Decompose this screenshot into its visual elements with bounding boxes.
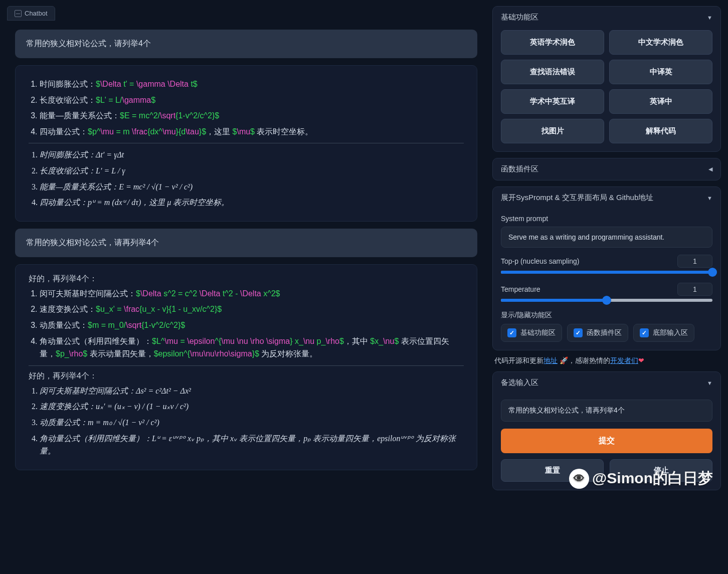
chevron-down-icon: ▼ — [707, 380, 712, 386]
temperature-slider[interactable] — [501, 299, 712, 302]
checkbox-chip[interactable]: ✓底部输入区 — [633, 324, 694, 342]
heart-icon: ❤ — [638, 356, 644, 364]
source-link[interactable]: 地址 — [543, 356, 558, 364]
plugins-panel: 函数插件区 ◀ — [492, 158, 721, 180]
checkbox-icon: ✓ — [574, 328, 583, 337]
system-prompt-input[interactable]: Serve me as a writing and programming as… — [501, 227, 712, 248]
devs-link[interactable]: 开发者们 — [610, 356, 638, 364]
function-button[interactable]: 找图片 — [501, 119, 604, 143]
temperature-label: Temperature — [501, 285, 540, 293]
submit-button[interactable]: 提交 — [501, 429, 712, 453]
formula-raw: 闵可夫斯基时空间隔公式：$\Delta s^2 = c^2 \Delta t^2… — [40, 287, 464, 300]
function-button[interactable]: 英语学术润色 — [501, 30, 604, 55]
panel-header[interactable]: 备选输入区 ▼ — [493, 372, 720, 394]
formula-rendered: 角动量公式（利用四维矢量）：Lᵘ = εᵘᵛᵖᵒ xᵥ pₚ，其中 xᵥ 表示位… — [40, 432, 464, 458]
formula-raw: 时间膨胀公式：$\Delta t' = \gamma \Delta t$ — [40, 78, 464, 91]
bot-message: 时间膨胀公式：$\Delta t' = \gamma \Delta t$长度收缩… — [15, 65, 477, 222]
chat-scroll[interactable]: 常用的狭义相对论公式，请列举4个 时间膨胀公式：$\Delta t' = \ga… — [7, 21, 485, 568]
basic-functions-panel: 基础功能区 ▼ 英语学术润色中文学术润色查找语法错误中译英学术中英互译英译中找图… — [492, 6, 721, 152]
bot-intro: 好的，再列举4个： — [29, 274, 464, 284]
formula-raw: 速度变换公式：$u_x' = \frac{u_x - v}{1 - u_xv/c… — [40, 303, 464, 316]
chat-panel: Chatbot 常用的狭义相对论公式，请列举4个 时间膨胀公式：$\Delta … — [0, 0, 492, 574]
formula-rendered: 能量—质量关系公式：E = mc² / √(1 − v² / c²) — [40, 180, 464, 194]
function-button[interactable]: 查找语法错误 — [501, 60, 604, 84]
system-prompt-label: System prompt — [501, 215, 712, 223]
chevron-down-icon: ▼ — [707, 15, 712, 21]
sidebar: 基础功能区 ▼ 英语学术润色中文学术润色查找语法错误中译英学术中英互译英译中找图… — [492, 0, 728, 574]
chevron-down-icon: ▼ — [707, 195, 712, 201]
checkbox-chip[interactable]: ✓基础功能区 — [501, 324, 562, 342]
checkbox-icon: ✓ — [640, 328, 649, 337]
function-button[interactable]: 中文学术润色 — [609, 30, 712, 55]
panel-title: 备选输入区 — [501, 378, 538, 388]
checkbox-icon: ✓ — [507, 328, 516, 337]
formula-raw: 长度收缩公式：$L' = L/\gamma$ — [40, 94, 464, 107]
bot-message: 好的，再列举4个： 闵可夫斯基时空间隔公式：$\Delta s^2 = c^2 … — [15, 264, 477, 470]
formula-raw: 角动量公式（利用四维矢量）：$L^\mu = \epsilon^{\mu \nu… — [40, 335, 464, 360]
separator — [29, 365, 464, 366]
formula-rendered: 四动量公式：pᵘ = m (dxᵘ / dτ)，这里 μ 表示时空坐标。 — [40, 196, 464, 209]
panel-title: 展开SysPrompt & 交互界面布局 & Github地址 — [501, 193, 653, 203]
prompt-input[interactable]: 常用的狭义相对论公式，请再列举4个 — [501, 400, 712, 422]
user-message: 常用的狭义相对论公式，请列举4个 — [15, 30, 477, 58]
function-button[interactable]: 中译英 — [609, 60, 712, 84]
toggle-label: 显示/隐藏功能区 — [501, 311, 712, 320]
input-panel: 备选输入区 ▼ 常用的狭义相对论公式，请再列举4个 提交 重置 停止 — [492, 371, 721, 490]
panel-title: 函数插件区 — [501, 164, 538, 174]
formula-rendered: 时间膨胀公式：Δt′ = γΔt — [40, 148, 464, 161]
temperature-value[interactable]: 1 — [677, 283, 712, 296]
formula-raw: 四动量公式：$p^\mu = m \frac{dx^\mu}{d\tau}$，这… — [40, 125, 464, 138]
advanced-panel: 展开SysPrompt & 交互界面布局 & Github地址 ▼ System… — [492, 186, 721, 350]
formula-rendered: 闵可夫斯基时空间隔公式：Δs² = c²Δt² − Δx² — [40, 385, 464, 398]
formula-raw: 能量—质量关系公式：$E = mc^2/\sqrt{1-v^2/c^2}$ — [40, 109, 464, 122]
panel-header[interactable]: 函数插件区 ◀ — [493, 158, 720, 180]
formula-rendered: 长度收缩公式：L′ = L / γ — [40, 164, 464, 177]
user-message: 常用的狭义相对论公式，请再列举4个 — [15, 229, 477, 257]
function-button[interactable]: 学术中英互译 — [501, 89, 604, 114]
chatbot-tab[interactable]: Chatbot — [7, 6, 55, 21]
topp-label: Top-p (nucleus sampling) — [501, 257, 579, 265]
panel-header[interactable]: 基础功能区 ▼ — [493, 7, 720, 28]
separator — [29, 143, 464, 143]
panel-title: 基础功能区 — [501, 13, 538, 22]
checkbox-chip[interactable]: ✓函数插件区 — [567, 324, 628, 342]
function-button[interactable]: 英译中 — [609, 89, 712, 114]
formula-raw: 动质量公式：$m = m_0/\sqrt{1-v^2/c^2}$ — [40, 319, 464, 332]
formula-rendered: 动质量公式：m = m₀ / √(1 − v² / c²) — [40, 416, 464, 429]
tab-label: Chatbot — [25, 10, 48, 17]
bot-intro: 好的，再列举4个： — [29, 371, 464, 381]
topp-slider[interactable] — [501, 271, 712, 274]
stop-button[interactable]: 停止 — [610, 459, 712, 482]
panel-header[interactable]: 展开SysPrompt & 交互界面布局 & Github地址 ▼ — [493, 187, 720, 209]
chevron-left-icon: ◀ — [708, 166, 712, 172]
footer-note: 代码开源和更新地址 🚀，感谢热情的开发者们❤ — [492, 356, 721, 365]
function-button[interactable]: 解释代码 — [609, 119, 712, 143]
topp-value[interactable]: 1 — [677, 255, 712, 268]
formula-rendered: 速度变换公式：uₓ′ = (uₓ − v) / (1 − uₓv / c²) — [40, 400, 464, 413]
reset-button[interactable]: 重置 — [501, 459, 604, 482]
chat-icon — [15, 10, 22, 17]
